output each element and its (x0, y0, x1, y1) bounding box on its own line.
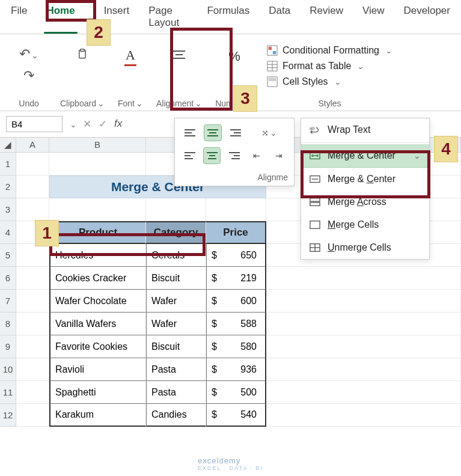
tab-page-layout[interactable]: Page Layout (141, 1, 195, 32)
row-head-2[interactable]: 2 (0, 175, 16, 198)
col-head-b[interactable]: B (49, 138, 146, 153)
row-head-4[interactable]: 4 (0, 221, 16, 244)
paste-button[interactable] (72, 45, 93, 63)
cell-blank[interactable] (16, 267, 49, 290)
tab-developer[interactable]: Developer (397, 1, 458, 32)
cell-product[interactable]: Karakum (49, 404, 146, 427)
cell-blank[interactable] (266, 335, 461, 358)
row-head-1[interactable]: 1 (0, 153, 16, 175)
cell-category[interactable]: Biscuit (146, 267, 206, 290)
row-head-7[interactable]: 7 (0, 290, 16, 313)
tab-review[interactable]: Review (302, 1, 350, 32)
row-head-6[interactable]: 6 (0, 267, 16, 290)
alignment-button[interactable] (166, 45, 192, 64)
cell-blank[interactable] (266, 267, 461, 290)
cell-product[interactable]: Hercules (49, 244, 146, 267)
cell-price[interactable]: $650 (206, 244, 266, 267)
cell-price[interactable]: $219 (206, 267, 266, 290)
cell-blank[interactable] (206, 198, 266, 221)
cell-category[interactable]: Cereals (146, 244, 206, 267)
chevron-down-icon[interactable] (69, 120, 77, 129)
align-center-button[interactable] (203, 147, 221, 164)
header-price[interactable]: Price (206, 221, 266, 244)
cell-product[interactable]: Cookies Cracker (49, 267, 146, 290)
cell-blank[interactable] (266, 313, 461, 335)
row-head-8[interactable]: 8 (0, 313, 16, 335)
cell-blank[interactable] (146, 198, 206, 221)
cell-price[interactable]: $540 (206, 404, 266, 427)
cell-product[interactable]: Wafer Chocolate (49, 290, 146, 313)
unmerge-cells-item[interactable]: Unmerge Cells (301, 236, 429, 259)
align-left-button[interactable] (181, 147, 198, 164)
redo-button[interactable]: ↷ (20, 67, 38, 85)
format-as-table-button[interactable]: Format as Table (267, 61, 392, 72)
cell-blank[interactable] (16, 381, 49, 404)
cell-category[interactable]: Pasta (146, 381, 206, 404)
tab-data[interactable]: Data (261, 1, 298, 32)
cell-blank[interactable] (16, 404, 49, 427)
merge-across-item[interactable]: Merge Across (301, 191, 429, 213)
cell-blank[interactable] (16, 290, 49, 313)
tab-view[interactable]: View (355, 1, 392, 32)
cell-price[interactable]: $500 (206, 381, 266, 404)
cell-blank[interactable] (16, 153, 49, 175)
align-top-left-button[interactable] (181, 124, 199, 141)
align-bottom-button[interactable] (227, 124, 245, 141)
merge-center-split-button[interactable]: Merge & Center (301, 144, 429, 168)
row-head-11[interactable]: 11 (0, 381, 16, 404)
cell-product[interactable]: Ravioli (49, 358, 146, 381)
cell-blank[interactable] (16, 198, 49, 221)
font-button[interactable]: A (120, 45, 141, 70)
cell-product[interactable]: Vanilla Wafers (49, 313, 146, 335)
cell-category[interactable]: Candies (146, 404, 206, 427)
cell-blank[interactable] (16, 175, 49, 198)
align-right-button[interactable] (225, 147, 243, 164)
cell-blank[interactable] (49, 153, 146, 175)
cell-blank[interactable] (266, 404, 461, 427)
fx-icon[interactable]: fx (114, 118, 122, 130)
merge-cells-item[interactable]: Merge Cells (301, 213, 429, 236)
group-label-font[interactable]: Font (118, 97, 143, 108)
conditional-formatting-button[interactable]: Conditional Formatting (267, 45, 392, 56)
select-all-triangle[interactable]: ◢ (0, 138, 16, 153)
cell-price[interactable]: $936 (206, 358, 266, 381)
row-head-9[interactable]: 9 (0, 335, 16, 358)
row-head-5[interactable]: 5 (0, 244, 16, 267)
cell-styles-button[interactable]: Cell Styles (267, 76, 392, 87)
group-label-clipboard[interactable]: Clipboard (60, 97, 105, 108)
increase-indent-button[interactable]: ⇥ (270, 147, 288, 164)
cell-blank[interactable] (266, 381, 461, 404)
align-middle-center-button[interactable] (204, 124, 222, 141)
group-label-alignment[interactable]: Alignment (156, 97, 202, 108)
row-head-10[interactable]: 10 (0, 358, 16, 381)
cell-category[interactable]: Biscuit (146, 335, 206, 358)
cell-price[interactable]: $580 (206, 335, 266, 358)
undo-button[interactable]: ↶ (16, 45, 42, 63)
cell-blank[interactable] (49, 198, 146, 221)
number-format-button[interactable]: % (224, 45, 245, 68)
row-head-12[interactable]: 12 (0, 404, 16, 427)
cell-price[interactable]: $588 (206, 313, 266, 335)
cancel-formula-icon[interactable]: ✕ (83, 118, 91, 130)
row-head-3[interactable]: 3 (0, 198, 16, 221)
cell-product[interactable]: Spaghetti (49, 381, 146, 404)
accept-formula-icon[interactable]: ✓ (99, 118, 107, 130)
cell-price[interactable]: $600 (206, 290, 266, 313)
col-head-a[interactable]: A (16, 138, 49, 153)
cell-category[interactable]: Wafer (146, 313, 206, 335)
merge-center-item[interactable]: Merge & Center (301, 168, 429, 191)
cell-category[interactable]: Pasta (146, 358, 206, 381)
header-product[interactable]: Product (49, 221, 146, 244)
cell-blank[interactable] (16, 358, 49, 381)
orientation-button[interactable]: ⤭ (260, 124, 278, 141)
cell-blank[interactable] (16, 335, 49, 358)
decrease-indent-button[interactable]: ⇤ (248, 147, 266, 164)
cell-blank[interactable] (16, 244, 49, 267)
name-box[interactable] (6, 116, 63, 132)
tab-home[interactable]: Home (39, 1, 82, 32)
cell-blank[interactable] (266, 358, 461, 381)
tab-file[interactable]: File (4, 1, 34, 32)
cell-blank[interactable] (16, 313, 49, 335)
header-category[interactable]: Category (146, 221, 206, 244)
cell-product[interactable]: Favorite Cookies (49, 335, 146, 358)
